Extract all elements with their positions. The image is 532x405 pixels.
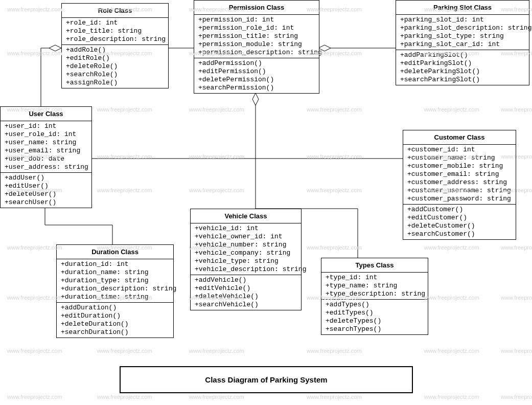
watermark-text: www.freeprojectz.com bbox=[424, 348, 479, 354]
class-member: +searchCustomer() bbox=[407, 230, 512, 238]
class-member: +permission_title: string bbox=[198, 32, 315, 40]
class-member: +searchParkingSlot() bbox=[400, 76, 525, 84]
class-member: +deleteDuration() bbox=[61, 320, 169, 328]
diamond-role-user bbox=[49, 45, 61, 51]
watermark-text: www.freeprojectz.com bbox=[501, 295, 532, 301]
class-member: +parking_slot_car_id: int bbox=[400, 40, 525, 49]
class-member: +deleteTypes() bbox=[326, 317, 424, 325]
watermark-text: www.freeprojectz.com bbox=[501, 348, 532, 354]
diamond-permission-bottom bbox=[252, 93, 259, 105]
class-member: +addParkingSlot() bbox=[400, 51, 525, 59]
class-member: +role_description: string bbox=[66, 35, 164, 43]
class-user-title: User Class bbox=[1, 107, 91, 121]
class-parkingslot: Parking Slot Class +parking_slot_id: int… bbox=[396, 0, 529, 85]
class-member: +permission_id: int bbox=[198, 16, 315, 24]
class-member: +type_name: string bbox=[326, 282, 424, 290]
watermark-text: www.freeprojectz.com bbox=[189, 394, 244, 400]
class-member: +customer_id: int bbox=[407, 146, 512, 154]
class-member: +addDuration() bbox=[61, 304, 169, 312]
class-member: +editPermission() bbox=[198, 68, 315, 76]
class-member: +addRole() bbox=[66, 46, 164, 54]
watermark-text: www.freeprojectz.com bbox=[307, 153, 362, 160]
class-member: +searchPermission() bbox=[198, 84, 315, 92]
class-user-methods: +addUser()+editUser()+deleteUser()+searc… bbox=[1, 173, 91, 208]
class-vehicle: Vehicle Class +vehicle_id: int+vehicle_o… bbox=[190, 209, 302, 310]
class-member: +addVehicle() bbox=[195, 276, 297, 284]
watermark-text: www.freeprojectz.com bbox=[97, 153, 152, 160]
class-member: +type_id: int bbox=[326, 274, 424, 282]
class-member: +user_name: string bbox=[5, 139, 87, 147]
class-member: +editDuration() bbox=[61, 312, 169, 320]
class-vehicle-title: Vehicle Class bbox=[191, 209, 301, 223]
class-member: +deleteCustomer() bbox=[407, 222, 512, 230]
watermark-text: www.freeprojectz.com bbox=[97, 187, 152, 193]
watermark-text: www.freeprojectz.com bbox=[7, 295, 62, 301]
class-member: +user_email: string bbox=[5, 147, 87, 155]
watermark-text: www.freeprojectz.com bbox=[7, 50, 62, 56]
class-member: +deleteRole() bbox=[66, 62, 164, 71]
class-user-attributes: +user_id: int+user_role_id: int+user_nam… bbox=[1, 121, 91, 173]
class-member: +user_dob: date bbox=[5, 155, 87, 163]
watermark-text: www.freeprojectz.com bbox=[307, 187, 362, 193]
class-member: +deletePermission() bbox=[198, 76, 315, 84]
class-member: +user_address: string bbox=[5, 163, 87, 171]
watermark-text: www.freeprojectz.com bbox=[501, 394, 532, 400]
class-member: +deleteParkingSlot() bbox=[400, 68, 525, 76]
class-member: +searchUser() bbox=[5, 198, 87, 207]
watermark-text: www.freeprojectz.com bbox=[501, 106, 532, 112]
watermark-text: www.freeprojectz.com bbox=[307, 348, 362, 354]
class-member: +vehicle_type: string bbox=[195, 257, 297, 265]
diagram-canvas: // generated inline below by binder from… bbox=[0, 0, 532, 405]
class-member: +user_role_id: int bbox=[5, 130, 87, 139]
class-vehicle-methods: +addVehicle()+editVehicle()+deleteVehicl… bbox=[191, 275, 301, 310]
class-permission: Permission Class +permission_id: int+per… bbox=[194, 0, 319, 94]
watermark-text: www.freeprojectz.com bbox=[189, 106, 244, 112]
class-member: +duration_id: int bbox=[61, 260, 169, 268]
watermark-text: www.freeprojectz.com bbox=[189, 348, 244, 354]
class-customer: Customer Class +customer_id: int+custome… bbox=[403, 130, 516, 240]
class-types-title: Types Class bbox=[321, 258, 428, 273]
class-role-title: Role Class bbox=[62, 4, 168, 18]
watermark-text: www.freeprojectz.com bbox=[501, 244, 532, 251]
class-member: +duration_name: string bbox=[61, 268, 169, 277]
class-types: Types Class +type_id: int+type_name: str… bbox=[321, 258, 428, 335]
class-member: +searchDuration() bbox=[61, 328, 169, 336]
class-member: +editTypes() bbox=[326, 309, 424, 317]
class-member: +searchTypes() bbox=[326, 325, 424, 333]
class-member: +addPermission() bbox=[198, 59, 315, 68]
class-role-methods: +addRole()+editRole()+deleteRole()+searc… bbox=[62, 45, 168, 88]
class-member: +vehicle_number: string bbox=[195, 241, 297, 249]
class-member: +customer_address: string bbox=[407, 178, 512, 187]
class-vehicle-attributes: +vehicle_id: int+vehicle_owner_id: int+v… bbox=[191, 223, 301, 275]
class-member: +searchVehicle() bbox=[195, 301, 297, 309]
class-parkingslot-title: Parking Slot Class bbox=[396, 1, 529, 15]
class-member: +editParkingSlot() bbox=[400, 59, 525, 68]
class-member: +customer_mobile: string bbox=[407, 162, 512, 170]
class-member: +role_id: int bbox=[66, 19, 164, 27]
class-user: User Class +user_id: int+user_role_id: i… bbox=[0, 106, 92, 208]
diagram-title-box: Class Diagram of Parking System bbox=[120, 366, 413, 393]
watermark-text: www.freeprojectz.com bbox=[97, 106, 152, 112]
class-member: +editUser() bbox=[5, 182, 87, 190]
class-customer-title: Customer Class bbox=[403, 130, 516, 145]
watermark-text: www.freeprojectz.com bbox=[97, 348, 152, 354]
class-member: +customer_email: string bbox=[407, 170, 512, 178]
class-member: +searchRole() bbox=[66, 71, 164, 79]
class-parkingslot-methods: +addParkingSlot()+editParkingSlot()+dele… bbox=[396, 50, 529, 85]
class-types-attributes: +type_id: int+type_name: string+type_des… bbox=[321, 273, 428, 300]
watermark-text: www.freeprojectz.com bbox=[424, 394, 479, 400]
class-permission-attributes: +permission_id: int+permission_role_id: … bbox=[194, 15, 319, 58]
class-member: +parking_slot_type: string bbox=[400, 32, 525, 40]
class-member: +editVehicle() bbox=[195, 284, 297, 292]
class-member: +parking_slot_id: int bbox=[400, 16, 525, 24]
class-member: +deleteVehicle() bbox=[195, 292, 297, 301]
class-member: +permission_role_id: int bbox=[198, 24, 315, 32]
watermark-text: www.freeprojectz.com bbox=[424, 295, 479, 301]
class-duration-attributes: +duration_id: int+duration_name: string+… bbox=[57, 259, 173, 303]
class-member: +vehicle_id: int bbox=[195, 224, 297, 233]
class-member: +role_title: string bbox=[66, 27, 164, 35]
class-member: +duration_time: string bbox=[61, 293, 169, 301]
class-member: +addCustomer() bbox=[407, 206, 512, 214]
class-member: +duration_type: string bbox=[61, 277, 169, 285]
class-member: +editRole() bbox=[66, 54, 164, 62]
